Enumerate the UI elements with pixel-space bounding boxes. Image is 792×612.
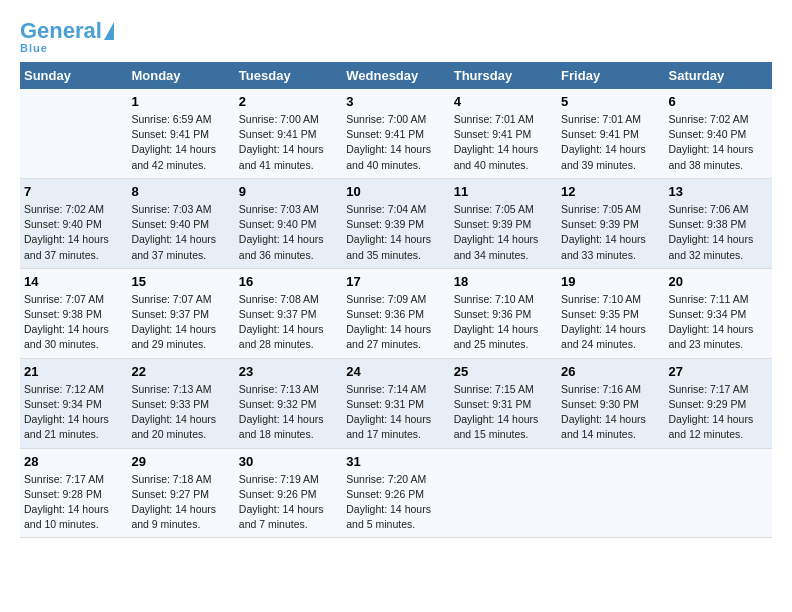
day-info: Sunrise: 7:17 AM Sunset: 9:28 PM Dayligh… <box>24 472 123 533</box>
calendar-cell: 3Sunrise: 7:00 AM Sunset: 9:41 PM Daylig… <box>342 89 449 178</box>
calendar-cell: 12Sunrise: 7:05 AM Sunset: 9:39 PM Dayli… <box>557 178 664 268</box>
day-info: Sunrise: 7:12 AM Sunset: 9:34 PM Dayligh… <box>24 382 123 443</box>
calendar-cell: 17Sunrise: 7:09 AM Sunset: 9:36 PM Dayli… <box>342 268 449 358</box>
calendar-cell: 2Sunrise: 7:00 AM Sunset: 9:41 PM Daylig… <box>235 89 342 178</box>
day-number: 11 <box>454 184 553 199</box>
calendar-cell: 30Sunrise: 7:19 AM Sunset: 9:26 PM Dayli… <box>235 448 342 538</box>
day-info: Sunrise: 7:00 AM Sunset: 9:41 PM Dayligh… <box>239 112 338 173</box>
calendar-cell: 19Sunrise: 7:10 AM Sunset: 9:35 PM Dayli… <box>557 268 664 358</box>
week-row-1: 1Sunrise: 6:59 AM Sunset: 9:41 PM Daylig… <box>20 89 772 178</box>
day-info: Sunrise: 7:03 AM Sunset: 9:40 PM Dayligh… <box>131 202 230 263</box>
day-number: 12 <box>561 184 660 199</box>
day-number: 3 <box>346 94 445 109</box>
day-info: Sunrise: 7:05 AM Sunset: 9:39 PM Dayligh… <box>561 202 660 263</box>
day-number: 19 <box>561 274 660 289</box>
calendar-cell: 1Sunrise: 6:59 AM Sunset: 9:41 PM Daylig… <box>127 89 234 178</box>
day-number: 13 <box>669 184 768 199</box>
calendar-cell: 15Sunrise: 7:07 AM Sunset: 9:37 PM Dayli… <box>127 268 234 358</box>
day-number: 9 <box>239 184 338 199</box>
calendar-cell: 6Sunrise: 7:02 AM Sunset: 9:40 PM Daylig… <box>665 89 772 178</box>
day-info: Sunrise: 7:15 AM Sunset: 9:31 PM Dayligh… <box>454 382 553 443</box>
calendar-cell: 10Sunrise: 7:04 AM Sunset: 9:39 PM Dayli… <box>342 178 449 268</box>
day-info: Sunrise: 7:10 AM Sunset: 9:35 PM Dayligh… <box>561 292 660 353</box>
week-row-5: 28Sunrise: 7:17 AM Sunset: 9:28 PM Dayli… <box>20 448 772 538</box>
calendar-cell: 22Sunrise: 7:13 AM Sunset: 9:33 PM Dayli… <box>127 358 234 448</box>
calendar-cell: 21Sunrise: 7:12 AM Sunset: 9:34 PM Dayli… <box>20 358 127 448</box>
day-info: Sunrise: 7:02 AM Sunset: 9:40 PM Dayligh… <box>669 112 768 173</box>
day-number: 28 <box>24 454 123 469</box>
calendar-cell: 11Sunrise: 7:05 AM Sunset: 9:39 PM Dayli… <box>450 178 557 268</box>
day-number: 18 <box>454 274 553 289</box>
day-info: Sunrise: 7:14 AM Sunset: 9:31 PM Dayligh… <box>346 382 445 443</box>
day-info: Sunrise: 7:19 AM Sunset: 9:26 PM Dayligh… <box>239 472 338 533</box>
day-info: Sunrise: 7:16 AM Sunset: 9:30 PM Dayligh… <box>561 382 660 443</box>
calendar-table: SundayMondayTuesdayWednesdayThursdayFrid… <box>20 62 772 538</box>
calendar-cell: 31Sunrise: 7:20 AM Sunset: 9:26 PM Dayli… <box>342 448 449 538</box>
day-number: 14 <box>24 274 123 289</box>
day-number: 26 <box>561 364 660 379</box>
day-number: 31 <box>346 454 445 469</box>
calendar-cell: 18Sunrise: 7:10 AM Sunset: 9:36 PM Dayli… <box>450 268 557 358</box>
day-info: Sunrise: 7:03 AM Sunset: 9:40 PM Dayligh… <box>239 202 338 263</box>
day-info: Sunrise: 7:18 AM Sunset: 9:27 PM Dayligh… <box>131 472 230 533</box>
header-row: SundayMondayTuesdayWednesdayThursdayFrid… <box>20 62 772 89</box>
week-row-4: 21Sunrise: 7:12 AM Sunset: 9:34 PM Dayli… <box>20 358 772 448</box>
calendar-cell <box>557 448 664 538</box>
day-info: Sunrise: 7:01 AM Sunset: 9:41 PM Dayligh… <box>561 112 660 173</box>
day-info: Sunrise: 7:04 AM Sunset: 9:39 PM Dayligh… <box>346 202 445 263</box>
logo-general: General <box>20 18 102 43</box>
day-number: 16 <box>239 274 338 289</box>
day-number: 1 <box>131 94 230 109</box>
day-info: Sunrise: 7:11 AM Sunset: 9:34 PM Dayligh… <box>669 292 768 353</box>
day-number: 27 <box>669 364 768 379</box>
day-number: 25 <box>454 364 553 379</box>
day-number: 30 <box>239 454 338 469</box>
day-info: Sunrise: 7:09 AM Sunset: 9:36 PM Dayligh… <box>346 292 445 353</box>
header-cell-saturday: Saturday <box>665 62 772 89</box>
header-cell-wednesday: Wednesday <box>342 62 449 89</box>
day-info: Sunrise: 7:02 AM Sunset: 9:40 PM Dayligh… <box>24 202 123 263</box>
header-cell-monday: Monday <box>127 62 234 89</box>
day-number: 20 <box>669 274 768 289</box>
day-number: 15 <box>131 274 230 289</box>
day-number: 8 <box>131 184 230 199</box>
day-number: 24 <box>346 364 445 379</box>
day-info: Sunrise: 7:10 AM Sunset: 9:36 PM Dayligh… <box>454 292 553 353</box>
calendar-cell: 9Sunrise: 7:03 AM Sunset: 9:40 PM Daylig… <box>235 178 342 268</box>
calendar-cell: 25Sunrise: 7:15 AM Sunset: 9:31 PM Dayli… <box>450 358 557 448</box>
logo-blue: Blue <box>20 42 48 54</box>
header-cell-sunday: Sunday <box>20 62 127 89</box>
calendar-cell: 29Sunrise: 7:18 AM Sunset: 9:27 PM Dayli… <box>127 448 234 538</box>
day-info: Sunrise: 7:00 AM Sunset: 9:41 PM Dayligh… <box>346 112 445 173</box>
day-number: 23 <box>239 364 338 379</box>
day-number: 10 <box>346 184 445 199</box>
day-number: 29 <box>131 454 230 469</box>
calendar-cell <box>665 448 772 538</box>
day-number: 4 <box>454 94 553 109</box>
logo-text: General <box>20 20 102 42</box>
calendar-body: 1Sunrise: 6:59 AM Sunset: 9:41 PM Daylig… <box>20 89 772 538</box>
day-number: 21 <box>24 364 123 379</box>
calendar-cell: 4Sunrise: 7:01 AM Sunset: 9:41 PM Daylig… <box>450 89 557 178</box>
header-cell-tuesday: Tuesday <box>235 62 342 89</box>
day-info: Sunrise: 7:20 AM Sunset: 9:26 PM Dayligh… <box>346 472 445 533</box>
calendar-cell: 13Sunrise: 7:06 AM Sunset: 9:38 PM Dayli… <box>665 178 772 268</box>
day-info: Sunrise: 7:07 AM Sunset: 9:37 PM Dayligh… <box>131 292 230 353</box>
header-cell-thursday: Thursday <box>450 62 557 89</box>
calendar-cell: 8Sunrise: 7:03 AM Sunset: 9:40 PM Daylig… <box>127 178 234 268</box>
day-info: Sunrise: 7:06 AM Sunset: 9:38 PM Dayligh… <box>669 202 768 263</box>
day-number: 5 <box>561 94 660 109</box>
day-number: 22 <box>131 364 230 379</box>
calendar-cell: 23Sunrise: 7:13 AM Sunset: 9:32 PM Dayli… <box>235 358 342 448</box>
calendar-cell: 16Sunrise: 7:08 AM Sunset: 9:37 PM Dayli… <box>235 268 342 358</box>
day-number: 17 <box>346 274 445 289</box>
calendar-cell: 7Sunrise: 7:02 AM Sunset: 9:40 PM Daylig… <box>20 178 127 268</box>
calendar-cell: 24Sunrise: 7:14 AM Sunset: 9:31 PM Dayli… <box>342 358 449 448</box>
day-number: 6 <box>669 94 768 109</box>
week-row-2: 7Sunrise: 7:02 AM Sunset: 9:40 PM Daylig… <box>20 178 772 268</box>
calendar-cell: 14Sunrise: 7:07 AM Sunset: 9:38 PM Dayli… <box>20 268 127 358</box>
day-info: Sunrise: 7:05 AM Sunset: 9:39 PM Dayligh… <box>454 202 553 263</box>
logo-arrow-icon <box>104 22 114 40</box>
calendar-cell: 28Sunrise: 7:17 AM Sunset: 9:28 PM Dayli… <box>20 448 127 538</box>
logo: General Blue <box>20 20 114 54</box>
